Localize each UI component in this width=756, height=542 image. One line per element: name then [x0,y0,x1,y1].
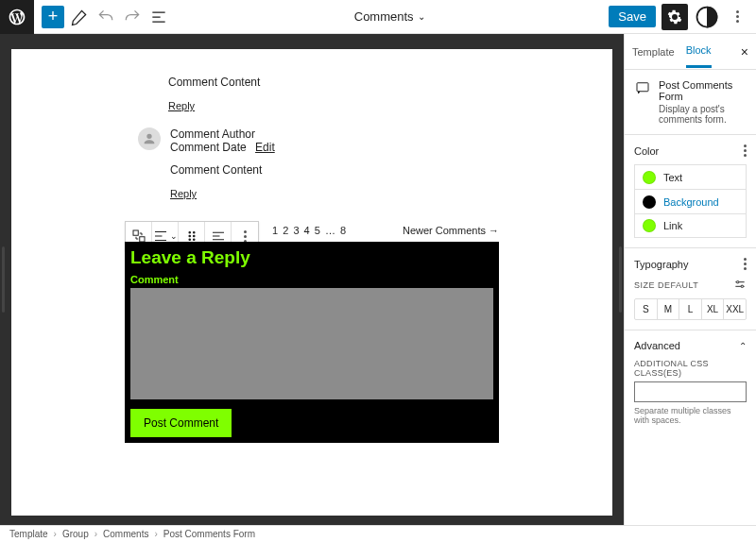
typography-panel-title: Typography [634,259,688,270]
breadcrumb-item[interactable]: Post Comments Form [163,529,255,539]
tab-block[interactable]: Block [686,35,712,68]
font-size-options: S M L XL XXL [634,298,747,320]
svg-rect-9 [637,83,648,92]
avatar [138,127,161,150]
svg-point-5 [189,235,191,237]
svg-point-4 [193,232,195,234]
resize-handle-right[interactable] [619,246,622,313]
doc-title-text: Comments [354,9,414,24]
advanced-panel: Advanced ⌃ ADDITIONAL CSS CLASS(ES) Sepa… [625,330,756,434]
save-button[interactable]: Save [609,6,656,27]
reply-title: Leave a Reply [130,247,493,268]
close-sidebar-button[interactable]: × [741,44,748,59]
color-panel-menu[interactable] [744,144,747,157]
post-comment-button[interactable]: Post Comment [130,409,232,437]
comment-item: Comment Content Reply [168,76,499,112]
color-swatch [643,171,656,184]
chevron-down-icon: ⌄ [418,11,425,22]
styles-button[interactable] [694,4,720,30]
color-background[interactable]: Background [634,189,747,213]
editor-canvas-wrapper: Comment Content Reply Comment Author Com… [0,34,624,525]
svg-point-3 [189,232,191,234]
comment-edit-link[interactable]: Edit [255,141,275,154]
block-breadcrumb: Template› Group› Comments› Post Comments… [0,525,756,542]
color-panel-title: Color [634,145,659,157]
newer-comments-link[interactable]: Newer Comments→ [403,225,499,236]
top-toolbar: + Comments ⌄ Save [0,0,756,34]
svg-point-6 [193,235,195,237]
breadcrumb-item[interactable]: Comments [103,529,148,539]
color-swatch [643,219,656,232]
add-block-button[interactable]: + [42,6,64,28]
comment-content: Comment Content [168,76,499,89]
arrow-right-icon: → [489,225,499,236]
svg-point-8 [193,239,195,241]
settings-sidebar: Template Block × Post Comments Form Disp… [624,34,756,525]
svg-point-7 [189,239,191,241]
tools-button[interactable] [68,6,91,28]
breadcrumb-item[interactable]: Template [9,529,48,539]
color-swatch [643,195,656,209]
editor-canvas[interactable]: Comment Content Reply Comment Author Com… [11,49,612,516]
comment-textarea[interactable] [130,288,493,399]
color-panel: Color Text Background Link [625,134,756,247]
comment-meta: Comment Author Comment Date Edit [170,127,499,154]
page-numbers[interactable]: 1 2 3 4 5 … 8 [272,225,347,236]
comment-reply-link[interactable]: Reply [170,188,197,199]
comment-label: Comment [130,274,493,285]
chevron-up-icon: ⌃ [739,341,747,351]
list-view-button[interactable] [147,6,170,28]
top-right-controls: Save [609,4,756,30]
size-m[interactable]: M [658,299,680,319]
resize-handle-left[interactable] [2,246,5,313]
comment-content: Comment Content [170,163,499,177]
typography-panel: Typography SIZE DEFAULT S M L XL XXL [625,247,756,330]
svg-point-10 [737,281,739,283]
sidebar-tabs: Template Block × [625,34,756,70]
post-comments-form-block[interactable]: Leave a Reply Comment Post Comment [125,242,499,443]
top-left-controls: + [34,6,170,28]
size-xxl[interactable]: XXL [724,299,746,319]
typography-panel-menu[interactable] [744,258,747,270]
comments-pagination: ⌄ ←Older Comments 1 2 3 4 5 … 8 Newer Co… [125,225,499,236]
css-classes-help: Separate multiple classes with spaces. [634,406,747,425]
comment-author: Comment Author [170,127,255,141]
advanced-toggle[interactable]: Advanced ⌃ [634,340,747,351]
svg-point-11 [741,285,743,287]
size-l[interactable]: L [679,299,702,319]
options-button[interactable] [726,6,748,28]
comment-date: Comment Date [170,141,247,154]
settings-button[interactable] [662,4,688,30]
redo-button[interactable] [121,6,144,28]
css-classes-input[interactable] [634,381,747,402]
size-xl[interactable]: XL [702,299,725,319]
size-settings-icon[interactable] [733,278,747,293]
color-link[interactable]: Link [634,213,747,238]
wp-logo[interactable] [0,0,34,34]
comment-item: Comment Author Comment Date Edit Comment… [138,127,499,200]
comment-reply-link[interactable]: Reply [168,100,195,111]
block-description: Display a post's comments form. [659,104,747,125]
undo-button[interactable] [94,6,117,28]
post-comments-form-icon [634,79,651,96]
block-title: Post Comments Form [659,79,747,102]
color-text[interactable]: Text [634,164,747,189]
block-card: Post Comments Form Display a post's comm… [625,70,756,134]
breadcrumb-item[interactable]: Group [62,529,89,539]
svg-rect-1 [133,230,138,235]
document-title[interactable]: Comments ⌄ [170,9,609,24]
css-classes-label: ADDITIONAL CSS CLASS(ES) [634,359,747,378]
tab-template[interactable]: Template [632,37,675,67]
size-s[interactable]: S [635,299,658,319]
